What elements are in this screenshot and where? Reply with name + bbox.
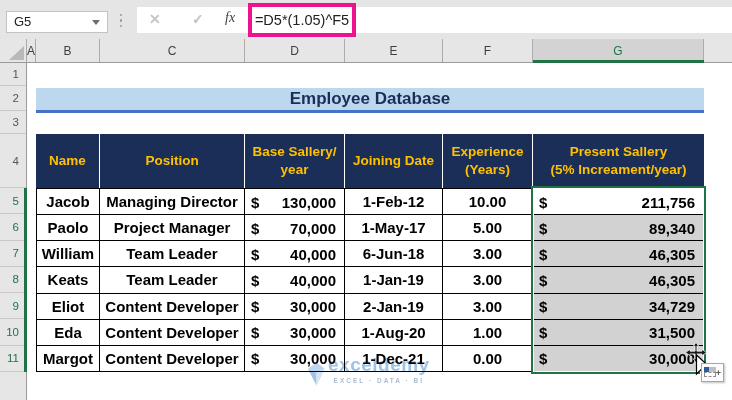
currency-symbol: $ xyxy=(251,219,259,236)
table-row: EdaContent Developer$30,0001-Aug-201.00$… xyxy=(37,320,703,346)
row-header-5[interactable]: 5 xyxy=(0,188,26,214)
cell-joining[interactable]: 1-Jan-19 xyxy=(345,267,443,292)
column-header-c[interactable]: C xyxy=(100,39,245,62)
cell-base[interactable]: $30,000 xyxy=(245,294,345,319)
cell-joining[interactable]: 2-Jan-19 xyxy=(345,294,443,319)
table-title: Employee Database xyxy=(290,89,451,109)
currency-symbol: $ xyxy=(539,298,547,315)
column-header-g[interactable]: G xyxy=(533,39,704,62)
formula-highlight-box: =D5*(1.05)^F5 xyxy=(248,3,356,37)
table-header-cell[interactable]: Base Sallery/ year xyxy=(245,134,345,188)
row-header-1[interactable]: 1 xyxy=(0,63,26,86)
column-header-a[interactable]: A xyxy=(27,39,36,62)
cell-position[interactable]: Managing Director xyxy=(100,189,245,214)
cell-present[interactable]: $46,305 xyxy=(533,267,703,292)
autofill-options-button[interactable]: + xyxy=(701,363,724,382)
cell-name[interactable]: Margot xyxy=(37,346,100,371)
cell-experience[interactable]: 5.00 xyxy=(443,215,533,240)
cell-experience[interactable]: 0.00 xyxy=(443,346,533,371)
table-header-row: NamePositionBase Sallery/ yearJoining Da… xyxy=(36,134,704,188)
row-header-6[interactable]: 6 xyxy=(0,214,26,240)
cancel-icon[interactable]: ✕ xyxy=(149,11,161,27)
cell-position[interactable]: Content Developer xyxy=(100,320,245,345)
cell-base[interactable]: $40,000 xyxy=(245,241,345,266)
exceldemy-watermark: exceldemy EXCEL · DATA · BI xyxy=(308,354,430,387)
cell-experience[interactable]: 1.00 xyxy=(443,320,533,345)
currency-symbol: $ xyxy=(539,350,547,367)
cell-name[interactable]: Eliot xyxy=(37,294,100,319)
cell-present[interactable]: $34,729 xyxy=(533,294,703,319)
cell-present[interactable]: $31,500 xyxy=(533,320,703,345)
currency-symbol: $ xyxy=(251,350,259,367)
cell-base[interactable]: $70,000 xyxy=(245,215,345,240)
formula-input[interactable]: ✕ ✓ fx xyxy=(137,7,732,33)
row-header-10[interactable]: 10 xyxy=(0,319,26,345)
selected-column-underline xyxy=(533,60,704,63)
excel-window: G5 ✕ ✓ fx =D5*(1.05)^F5 ABCDEFG 12345678… xyxy=(0,0,732,400)
cell-joining[interactable]: 1-Feb-12 xyxy=(345,189,443,214)
column-header-e[interactable]: E xyxy=(345,39,443,62)
row-header-4[interactable]: 4 xyxy=(0,134,26,188)
row-header-2[interactable]: 2 xyxy=(0,86,26,111)
table-body: JacobManaging Director$130,0001-Feb-1210… xyxy=(36,188,704,372)
cell-present[interactable]: $211,756 xyxy=(533,189,703,214)
cell-name[interactable]: Jacob xyxy=(37,189,100,214)
cell-name[interactable]: Paolo xyxy=(37,215,100,240)
selected-rows-bar xyxy=(24,188,27,372)
cell-name[interactable]: Eda xyxy=(37,320,100,345)
cell-present[interactable]: $46,305 xyxy=(533,241,703,266)
cell-value: 30,000 xyxy=(290,298,336,315)
cell-name[interactable]: Keats xyxy=(37,267,100,292)
cell-joining[interactable]: 1-May-17 xyxy=(345,215,443,240)
cell-value: 46,305 xyxy=(649,271,695,288)
column-header-b[interactable]: B xyxy=(36,39,100,62)
exceldemy-logo-icon xyxy=(308,361,325,387)
cell-joining[interactable]: 1-Aug-20 xyxy=(345,320,443,345)
row-header-11[interactable]: 11 xyxy=(0,346,26,372)
cell-experience[interactable]: 3.00 xyxy=(443,267,533,292)
insert-function-icon[interactable]: fx xyxy=(225,10,235,26)
cell-position[interactable]: Team Leader xyxy=(100,267,245,292)
cell-present[interactable]: $30,000 xyxy=(533,346,703,371)
cell-position[interactable]: Project Manager xyxy=(100,215,245,240)
cell-position[interactable]: Content Developer xyxy=(100,294,245,319)
name-box[interactable]: G5 xyxy=(6,11,108,33)
table-header-cell[interactable]: Present Sallery (5% Increament/year) xyxy=(533,134,704,188)
cell-base[interactable]: $130,000 xyxy=(245,189,345,214)
currency-symbol: $ xyxy=(539,245,547,262)
cell-joining[interactable]: 6-Jun-18 xyxy=(345,241,443,266)
watermark-brand-text: exceldemy xyxy=(328,354,430,376)
cell-position[interactable]: Content Developer xyxy=(100,346,245,371)
currency-symbol: $ xyxy=(251,298,259,315)
cell-base[interactable]: $40,000 xyxy=(245,267,345,292)
table-header-cell[interactable]: Experience (Years) xyxy=(443,134,533,188)
cell-value: 30,000 xyxy=(290,324,336,341)
row-header-8[interactable]: 8 xyxy=(0,267,26,293)
row-header-7[interactable]: 7 xyxy=(0,241,26,267)
cell-present[interactable]: $89,340 xyxy=(533,215,703,240)
formula-text: =D5*(1.05)^F5 xyxy=(255,12,349,28)
cell-name[interactable]: William xyxy=(37,241,100,266)
column-header-f[interactable]: F xyxy=(443,39,533,62)
cell-experience[interactable]: 10.00 xyxy=(443,189,533,214)
cell-experience[interactable]: 3.00 xyxy=(443,241,533,266)
table-row: EliotContent Developer$30,0002-Jan-193.0… xyxy=(37,294,703,320)
table-header-cell[interactable]: Joining Date xyxy=(345,134,443,188)
column-header-d[interactable]: D xyxy=(245,39,345,62)
select-all-button[interactable] xyxy=(0,39,27,62)
row-header-9[interactable]: 9 xyxy=(0,293,26,319)
enter-icon[interactable]: ✓ xyxy=(192,11,204,27)
name-box-dropdown-icon[interactable] xyxy=(92,20,100,25)
currency-symbol: $ xyxy=(539,271,547,288)
cell-experience[interactable]: 3.00 xyxy=(443,294,533,319)
cell-position[interactable]: Team Leader xyxy=(100,241,245,266)
row-header-3[interactable]: 3 xyxy=(0,111,26,134)
table-row: PaoloProject Manager$70,0001-May-175.00$… xyxy=(37,215,703,241)
cell-value: 34,729 xyxy=(649,298,695,315)
table-header-cell[interactable]: Name xyxy=(36,134,100,188)
table-title-banner[interactable]: Employee Database xyxy=(36,88,704,113)
cell-base[interactable]: $30,000 xyxy=(245,320,345,345)
table-header-cell[interactable]: Position xyxy=(100,134,245,188)
cell-value: 31,500 xyxy=(649,324,695,341)
currency-symbol: $ xyxy=(539,324,547,341)
